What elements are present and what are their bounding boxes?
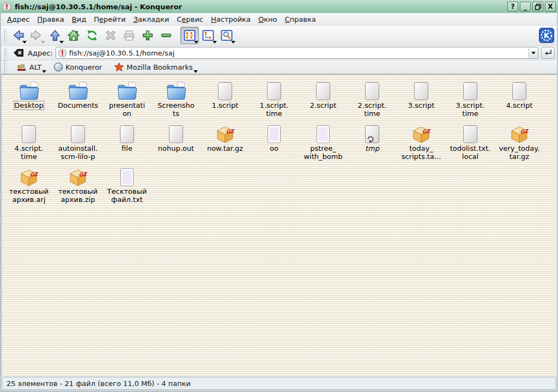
file-item[interactable]: GZnow.tar.gz [201,121,250,163]
fish-protocol-icon [58,48,67,58]
toolbar-drag-handle[interactable] [3,60,7,74]
main-toolbar: K [1,26,557,46]
blank-icon [217,78,233,101]
file-item[interactable]: Documents [53,78,102,120]
file-item[interactable]: GZtoday_scripts.ta... [397,121,446,163]
file-item[interactable]: oo [250,121,299,163]
file-item[interactable]: 2.script.time [348,78,397,120]
bookmark-alt[interactable]: altALT [15,62,46,73]
file-label: very_today.tar.gz [499,144,539,161]
restore-button[interactable] [532,2,543,11]
menu-edit[interactable]: Правка [33,14,68,25]
file-item[interactable]: tmp [348,121,397,163]
home-icon [66,28,81,42]
archive-icon: GZ [215,121,235,144]
menu-window[interactable]: Окно [254,14,281,25]
file-item[interactable]: Desktop [4,78,53,120]
kde-logo-icon: K [539,28,554,43]
file-label: текстовыйархив.zip [58,187,98,204]
file-label: 1.script [212,101,239,109]
bookmark-mozilla-bookmarks[interactable]: Mozilla Bookmarks [113,61,197,73]
file-item[interactable]: todolist.txt.local [446,121,495,163]
close-button[interactable]: X [545,2,556,11]
file-item[interactable]: 4.script.time [4,121,53,163]
svg-text:GZ: GZ [78,171,88,178]
minimize-button[interactable]: _ [520,2,531,11]
menu-go[interactable]: Перейти [90,14,130,25]
statusbar: 25 элементов - 21 файл (всего 11,0 Мб) -… [2,377,556,390]
bookmark-toolbar: altALTKonquerorMozilla Bookmarks [1,60,557,74]
file-item[interactable]: GZтекстовыйархив.zip [53,164,102,206]
zoom-in-icon [141,28,155,42]
toolbar-drag-handle[interactable] [3,28,7,42]
menu-help[interactable]: Справка [281,14,319,25]
address-label: Адрес: [28,49,53,57]
menu-tools[interactable]: Сервис [173,14,207,25]
file-item[interactable]: 1.script [201,78,250,120]
file-label: pstree_with_bomb [304,144,342,161]
svg-text:alt: alt [17,63,25,69]
bookmark-konqueror[interactable]: Konqueror [52,61,106,73]
help-button[interactable]: ? [507,2,518,11]
address-dropdown-button[interactable] [529,47,538,58]
archive-icon: GZ [509,121,530,144]
stop-button[interactable] [101,27,120,44]
icon-view-button[interactable] [180,27,199,44]
menu-address[interactable]: Адрес [3,14,33,25]
dropdown-arrow-icon [59,41,64,44]
file-label: Тесктовыйфайл.txt [107,187,147,204]
blank-icon [511,78,527,101]
bookmark-label: Konqueror [65,63,102,71]
print-icon [122,28,136,42]
file-item[interactable]: 2.script [299,78,348,120]
file-item[interactable]: presentation [102,78,151,120]
dropdown-arrow-icon [42,70,46,73]
address-combobox[interactable] [56,47,538,59]
file-label: Documents [58,101,98,109]
status-text: 25 элементов - 21 файл (всего 11,0 Мб) -… [7,379,191,388]
address-input[interactable] [69,47,529,58]
file-item[interactable]: 1.script.time [250,78,299,120]
file-label: 4.script.time [15,144,44,161]
titlebar[interactable]: fish://saj@10.30.5.1/home/saj - Konquero… [0,0,558,13]
file-item[interactable]: GZvery_today.tar.gz [495,121,544,163]
file-icon-view[interactable]: DesktopDocumentspresentationScreenshots1… [1,74,557,376]
file-label: 1.script.time [260,101,289,118]
tree-view-button[interactable] [199,27,217,44]
blank-icon [168,121,184,144]
forward-button[interactable] [27,27,46,44]
file-item[interactable]: 3.script.time [446,78,495,120]
back-button[interactable] [9,27,27,44]
up-button[interactable] [46,27,64,44]
file-item[interactable]: nohup.out [151,121,201,163]
symlink-icon [364,121,380,144]
file-item[interactable]: 4.script [495,78,544,120]
reload-icon [85,28,99,42]
print-button[interactable] [120,27,138,44]
bookmark-label: ALT [29,63,41,71]
file-item[interactable]: Тесктовыйфайл.txt [102,164,151,206]
menu-view[interactable]: Вид [68,14,90,25]
preview-button[interactable] [217,27,236,44]
menu-settings[interactable]: Настройка [207,14,254,25]
home-button[interactable] [64,27,83,44]
dropdown-arrow-icon [213,41,217,44]
menu-bookmarks[interactable]: Закладки [130,14,173,25]
reload-button[interactable] [83,27,101,44]
dropdown-arrow-icon [193,70,198,73]
file-item[interactable]: 3.script [397,78,446,120]
file-item[interactable]: file [102,121,151,163]
file-item[interactable]: autoinstall.scm-lilo-p [53,121,102,163]
file-label: today_scripts.ta... [402,144,441,161]
file-label: 3.script.time [456,101,485,118]
zoom-in-button[interactable] [138,27,157,44]
go-button[interactable] [541,47,555,59]
clear-location-icon[interactable] [12,47,25,59]
file-label: 2.script.time [358,101,387,118]
blank-icon [462,78,478,101]
file-item[interactable]: Screenshots [151,78,201,120]
zoom-out-button[interactable] [157,27,175,44]
file-item[interactable]: GZтекстовыйархив.arj [4,164,53,206]
file-item[interactable]: pstree_with_bomb [299,121,348,163]
toolbar-drag-handle[interactable] [4,48,7,58]
